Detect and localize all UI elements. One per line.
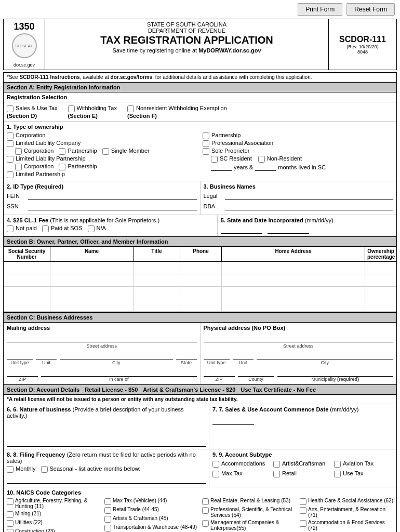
td-name-4[interactable] xyxy=(50,299,134,311)
naics-checkbox-3[interactable] xyxy=(7,529,14,532)
artist-craftsman-checkbox[interactable] xyxy=(273,461,280,468)
reset-button[interactable]: Reset Form xyxy=(346,3,395,16)
mailing-care-field[interactable] xyxy=(41,368,197,377)
llc-checkbox[interactable] xyxy=(7,140,14,147)
print-button[interactable]: Print Form xyxy=(298,3,342,16)
naics-checkbox-10[interactable] xyxy=(104,525,111,531)
td-phone-2[interactable] xyxy=(180,274,222,286)
naics-checkbox-7[interactable] xyxy=(104,498,111,505)
not-paid-checkbox[interactable] xyxy=(7,225,14,232)
td-title-1[interactable] xyxy=(134,262,180,274)
td-addr-4[interactable] xyxy=(222,299,365,311)
state-field[interactable] xyxy=(221,225,262,234)
th-ssn: Social SecurityNumber xyxy=(4,247,50,261)
naics-checkbox-18[interactable] xyxy=(300,498,306,505)
paid-sos-checkbox[interactable] xyxy=(42,225,49,232)
sole-proprietor-line: Sole Proprietor xyxy=(203,148,393,155)
retail-checkbox[interactable] xyxy=(273,471,280,477)
llc-partnership-checkbox[interactable] xyxy=(59,148,65,155)
mailing-street-field[interactable] xyxy=(7,334,197,342)
td-phone-1[interactable] xyxy=(180,262,222,274)
naics-checkbox-2[interactable] xyxy=(7,520,14,527)
dba-label: DBA xyxy=(204,203,222,209)
llp-checkbox[interactable] xyxy=(7,156,14,163)
td-addr-3[interactable] xyxy=(222,287,365,299)
llp-corp-checkbox[interactable] xyxy=(15,164,22,170)
dba-field[interactable] xyxy=(225,202,394,210)
td-name-3[interactable] xyxy=(50,287,134,299)
naics-item: Retail Trade (44-45) xyxy=(104,507,198,514)
mailing-unit-field[interactable] xyxy=(36,352,57,360)
td-phone-4[interactable] xyxy=(180,299,222,311)
td-name-1[interactable] xyxy=(50,262,134,274)
months-field[interactable] xyxy=(255,164,276,171)
td-ssn-2[interactable] xyxy=(4,274,50,286)
td-ssn-1[interactable] xyxy=(4,262,50,274)
years-field[interactable] xyxy=(211,164,232,171)
naics-checkbox-14[interactable] xyxy=(202,507,209,514)
physical-city-field[interactable] xyxy=(257,352,394,360)
td-addr-1[interactable] xyxy=(222,262,365,274)
limited-partnership-checkbox[interactable] xyxy=(7,171,14,178)
td-title-2[interactable] xyxy=(134,274,180,286)
ssn-field[interactable] xyxy=(28,202,197,210)
na-checkbox[interactable] xyxy=(88,225,95,232)
naics-checkbox-15[interactable] xyxy=(202,520,209,527)
mailing-zip-field[interactable] xyxy=(7,368,38,377)
naics-checkbox-19[interactable] xyxy=(300,507,306,514)
mailing-state-field[interactable] xyxy=(176,352,197,360)
partnership-checkbox[interactable] xyxy=(203,132,209,139)
physical-unit-field[interactable] xyxy=(233,352,254,360)
naics-checkbox-0[interactable] xyxy=(7,498,14,505)
llc-corp-checkbox[interactable] xyxy=(15,148,22,155)
sc-resident-checkbox[interactable] xyxy=(211,156,218,163)
legal-name-field[interactable] xyxy=(225,192,394,200)
llc-single-checkbox[interactable] xyxy=(102,148,109,155)
llp-partnership-checkbox[interactable] xyxy=(59,164,65,170)
naics-checkbox-20[interactable] xyxy=(300,520,306,527)
td-title-4[interactable] xyxy=(134,299,180,311)
inc-date-field[interactable] xyxy=(268,225,309,234)
physical-county-field[interactable] xyxy=(238,368,274,377)
nature-field[interactable] xyxy=(7,421,206,447)
sales-use-tax-checkbox[interactable] xyxy=(7,105,14,112)
monthly-checkbox[interactable] xyxy=(7,466,14,473)
naics-checkbox-1[interactable] xyxy=(7,511,14,518)
use-tax-checkbox[interactable] xyxy=(334,471,341,477)
non-resident-checkbox[interactable] xyxy=(258,156,265,163)
physical-municipality-field[interactable] xyxy=(277,368,394,377)
mailing-city-field[interactable] xyxy=(60,352,173,360)
td-name-2[interactable] xyxy=(50,274,134,286)
mailing-unit-type-field[interactable] xyxy=(7,352,33,360)
prof-assoc-checkbox[interactable] xyxy=(203,140,209,147)
max-tax-checkbox[interactable] xyxy=(212,471,219,477)
sole-proprietor-checkbox[interactable] xyxy=(203,148,209,155)
td-phone-3[interactable] xyxy=(180,287,222,299)
physical-unit-type-field[interactable] xyxy=(204,352,230,360)
td-ssn-3[interactable] xyxy=(4,287,50,299)
commence-date-field[interactable] xyxy=(212,417,254,425)
business-names-title: 3. Business Names xyxy=(204,183,394,190)
td-title-3[interactable] xyxy=(134,287,180,299)
nonresident-checkbox[interactable] xyxy=(127,105,134,112)
header-right: SCDOR-111 (Rev. 10/20/20) 8048 xyxy=(329,19,396,70)
naics-checkbox-8[interactable] xyxy=(104,507,111,514)
withholding-tax-checkbox[interactable] xyxy=(68,105,75,112)
aviation-tax-checkbox[interactable] xyxy=(334,461,341,468)
td-own-3[interactable] xyxy=(365,287,396,299)
physical-street-field[interactable] xyxy=(204,334,394,342)
td-own-1[interactable] xyxy=(365,262,396,274)
td-own-4[interactable] xyxy=(365,299,396,311)
td-ssn-4[interactable] xyxy=(4,299,50,311)
seasonal-checkbox[interactable] xyxy=(41,466,48,473)
corporation-checkbox[interactable] xyxy=(7,132,14,139)
td-addr-2[interactable] xyxy=(222,274,365,286)
accommodations-checkbox[interactable] xyxy=(212,461,219,468)
td-own-2[interactable] xyxy=(365,274,396,286)
fein-field[interactable] xyxy=(28,192,197,200)
state-inc-note: (mm/dd/yy) xyxy=(305,217,334,223)
naics-checkbox-13[interactable] xyxy=(202,498,209,505)
physical-zip-field[interactable] xyxy=(204,368,235,377)
naics-checkbox-9[interactable] xyxy=(104,516,111,523)
seasonal-months-field[interactable] xyxy=(7,475,206,484)
